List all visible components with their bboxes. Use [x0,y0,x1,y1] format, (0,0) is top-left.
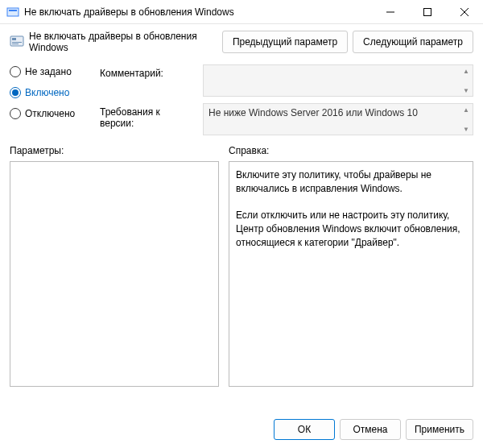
radio-enabled[interactable]: Включено [10,87,90,98]
policy-icon [10,35,24,49]
supported-on-field: Не ниже Windows Server 2016 или Windows … [203,103,473,135]
scroll-up-icon[interactable]: ▲ [461,67,471,75]
help-label: Справка: [229,145,473,156]
radio-not-configured[interactable]: Не задано [10,66,90,77]
scroll-down-icon[interactable]: ▼ [461,86,471,94]
previous-setting-button[interactable]: Предыдущий параметр [222,31,348,53]
window-controls [372,0,483,23]
supported-on-value: Не ниже Windows Server 2016 или Windows … [208,107,418,118]
apply-button[interactable]: Применить [406,419,473,440]
window-title: Не включать драйверы в обновления Window… [24,6,372,18]
state-radio-group: Не задано Включено Отключено [10,64,90,135]
radio-icon [10,66,21,77]
options-label: Параметры: [10,145,219,156]
titlebar: Не включать драйверы в обновления Window… [0,0,483,24]
radio-icon [10,108,21,119]
help-text: Включите эту политику, чтобы драйверы не… [236,169,463,248]
radio-icon [10,87,21,98]
supported-on-label: Требования к версии: [100,103,196,135]
maximize-button[interactable] [409,0,446,23]
next-setting-button[interactable]: Следующий параметр [353,31,473,53]
svg-rect-1 [9,10,17,11]
header-row: Не включать драйверы в обновления Window… [10,31,473,53]
ok-button[interactable]: ОК [274,419,335,440]
radio-disabled[interactable]: Отключено [10,108,90,119]
cancel-button[interactable]: Отмена [340,419,401,440]
options-panel [10,161,219,387]
svg-rect-8 [12,42,22,43]
radio-label: Не задано [25,66,72,77]
radio-label: Включено [25,87,69,98]
svg-rect-7 [12,38,16,40]
minimize-button[interactable] [372,0,409,23]
svg-rect-9 [12,44,19,44]
footer-buttons: ОК Отмена Применить [274,419,473,440]
scroll-down-icon[interactable]: ▼ [461,125,471,133]
svg-rect-0 [7,8,19,16]
radio-label: Отключено [25,108,75,119]
help-panel: Включите эту политику, чтобы драйверы не… [229,161,473,387]
app-icon [6,6,19,19]
svg-rect-6 [10,36,23,46]
comment-label: Комментарий: [100,64,196,97]
policy-title: Не включать драйверы в обновления Window… [29,31,222,53]
close-button[interactable] [446,0,483,23]
comment-field[interactable]: ▲ ▼ [203,64,473,97]
svg-rect-3 [424,8,431,15]
scroll-up-icon[interactable]: ▲ [461,106,471,114]
